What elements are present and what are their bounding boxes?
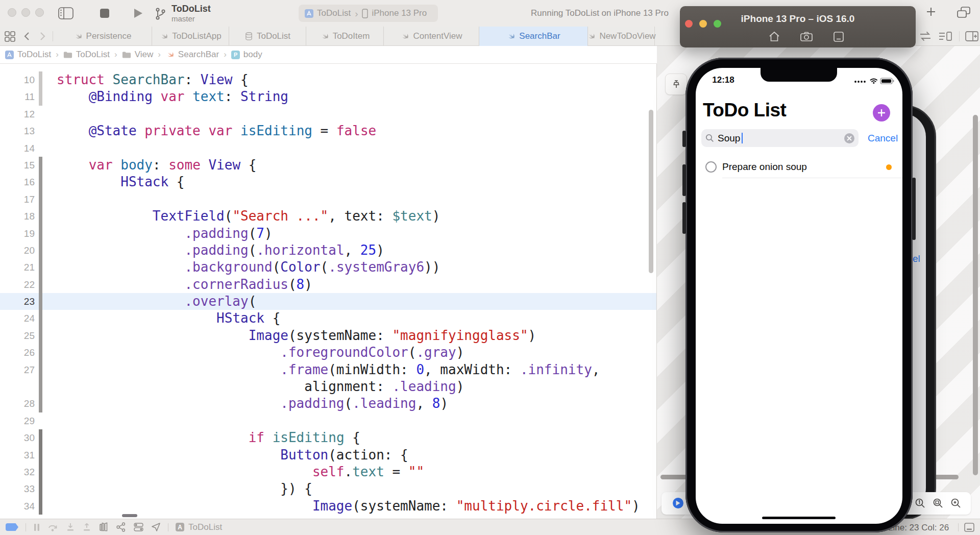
minimize-window-button[interactable]	[21, 8, 30, 17]
editor-options-icon[interactable]	[938, 27, 952, 46]
close-window-button[interactable]	[8, 8, 16, 17]
code-line-wrap[interactable]: alignment: .leading)	[0, 378, 657, 395]
scheme-selector[interactable]: ToDoList › iPhone 13 Pro	[299, 5, 438, 22]
editor-horizontal-scrollbar[interactable]	[122, 514, 137, 517]
stop-button[interactable]	[100, 9, 109, 18]
debug-app-label: ToDoList	[188, 522, 222, 532]
pin-preview-button[interactable]	[665, 74, 687, 95]
tab-overview-icon[interactable]	[957, 6, 971, 18]
tab-label: Persistence	[86, 31, 132, 41]
simulator-window-titlebar[interactable]: iPhone 13 Pro – iOS 16.0	[680, 6, 916, 47]
code-line-27[interactable]: 27 .frame(minWidth: 0, maxWidth: .infini…	[0, 361, 657, 378]
code-line-20[interactable]: 20 .padding(.horizontal, 25)	[0, 242, 657, 259]
code-line-16[interactable]: 16 HStack {	[0, 174, 657, 190]
code-line-18[interactable]: 18 TextField("Search ...", text: $text)	[0, 208, 657, 225]
code-line-24[interactable]: 24 HStack {	[0, 310, 657, 327]
code-line-15[interactable]: 15 var body: some View {	[0, 157, 657, 174]
tab-todolistapp[interactable]: ToDoListApp	[152, 27, 229, 46]
code-line-19[interactable]: 19 .padding(7)	[0, 225, 657, 242]
zoom-window-button[interactable]	[35, 8, 44, 17]
code-line-21[interactable]: 21 .background(Color(.systemGray6))	[0, 259, 657, 276]
tab-searchbar[interactable]: SearchBar	[479, 27, 588, 46]
code-line-28[interactable]: 28 .padding(.leading, 8)	[0, 395, 657, 412]
code-line-11[interactable]: 11 @Binding var text: String	[0, 88, 657, 105]
code-line-30[interactable]: 30 if isEditing {	[0, 429, 657, 446]
breadcrumb-item-todolist[interactable]: ToDoList	[5, 50, 51, 60]
simulate-location-icon[interactable]	[151, 522, 161, 532]
breadcrumb-item-searchbar[interactable]: SearchBar	[165, 50, 219, 60]
zoom-fit-icon[interactable]	[933, 498, 944, 509]
zoom-in-icon[interactable]	[950, 498, 962, 509]
back-button[interactable]	[22, 27, 32, 46]
forward-button[interactable]	[38, 27, 47, 46]
code-line-34[interactable]: 34 Image(systemName: "multiply.circle.fi…	[0, 498, 657, 515]
search-field[interactable]: Soup	[701, 129, 859, 147]
screenshot-camera-icon[interactable]	[800, 31, 813, 43]
add-editor-icon[interactable]	[965, 27, 979, 46]
code-line-31[interactable]: 31 Button(action: {	[0, 447, 657, 464]
tab-label: ToDoItem	[333, 31, 370, 41]
zoom-100-icon[interactable]	[915, 498, 926, 509]
tab-todolist[interactable]: ToDoList	[229, 27, 306, 46]
source-control-change-bar	[39, 429, 42, 446]
code-line-13[interactable]: 13 @State private var isEditing = false	[0, 123, 657, 139]
clear-search-button[interactable]	[844, 133, 854, 143]
tab-grid-icon[interactable]	[4, 27, 15, 46]
close-icon	[847, 136, 852, 141]
battery-icon	[880, 78, 894, 84]
code-line-25[interactable]: 25 Image(systemName: "magnifyingglass")	[0, 327, 657, 344]
dock-editor-icon[interactable]	[964, 522, 975, 532]
code-review-icon[interactable]	[919, 27, 932, 46]
step-into-icon[interactable]	[66, 523, 75, 532]
live-preview-button[interactable]	[673, 498, 683, 508]
code-line-12[interactable]: 12	[0, 106, 657, 123]
save-screen-icon[interactable]	[832, 31, 845, 43]
environment-overrides-icon[interactable]	[133, 522, 144, 532]
code-line-22[interactable]: 22 .cornerRadius(8)	[0, 276, 657, 293]
breadcrumb-label: ToDoList	[17, 50, 51, 60]
code-line-29[interactable]: 29	[0, 412, 657, 429]
debug-session-app[interactable]: AToDoList	[176, 522, 222, 532]
home-indicator[interactable]	[762, 517, 836, 519]
code-line-17[interactable]: 17	[0, 191, 657, 208]
canvas-vertical-scrollbar[interactable]	[973, 115, 978, 475]
code-line-33[interactable]: 33 }) {	[0, 480, 657, 497]
todo-list-item[interactable]: Prepare onion soup	[696, 161, 902, 178]
line-number: 10	[0, 71, 35, 88]
step-over-icon[interactable]	[47, 523, 59, 532]
code-line-23[interactable]: 23 .overlay(	[0, 293, 657, 310]
todo-checkbox[interactable]	[705, 161, 717, 173]
code-line-26[interactable]: 26 .foregroundColor(.gray)	[0, 344, 657, 361]
step-out-icon[interactable]	[82, 523, 91, 532]
line-number: 16	[0, 174, 35, 190]
toggle-navigator-icon[interactable]	[58, 7, 74, 19]
breadcrumb-item-body[interactable]: Pbody	[231, 50, 262, 60]
tab-todoitem[interactable]: ToDoItem	[306, 27, 384, 46]
tab-contentview[interactable]: ContentView	[384, 27, 479, 46]
add-todo-button[interactable]	[873, 104, 890, 121]
breadcrumb-item-view[interactable]: View	[122, 50, 154, 60]
add-tab-icon[interactable]	[925, 6, 937, 18]
code-line-10[interactable]: 10struct SearchBar: View {	[0, 71, 657, 88]
view-hierarchy-icon[interactable]	[99, 522, 109, 532]
tab-newtodoview[interactable]: NewToDoView	[588, 27, 655, 46]
editor-vertical-scrollbar[interactable]	[649, 110, 653, 273]
home-icon[interactable]	[768, 31, 780, 43]
code-text: Button(action: {	[57, 447, 408, 464]
breadcrumb-item-todolist[interactable]: ToDoList	[63, 50, 110, 60]
breadcrumb-label: ToDoList	[76, 50, 110, 60]
divider	[958, 523, 959, 531]
source-control-change-bar	[39, 344, 42, 361]
code-editor[interactable]: 10struct SearchBar: View {11 @Binding va…	[0, 64, 657, 519]
memory-graph-icon[interactable]	[116, 522, 126, 532]
cancel-button[interactable]: Cancel	[868, 129, 898, 147]
pause-icon[interactable]	[33, 523, 40, 532]
tab-persistence[interactable]: Persistence	[53, 27, 152, 46]
code-line-14[interactable]: 14	[0, 140, 657, 157]
line-number: 21	[0, 259, 35, 276]
run-button[interactable]	[132, 7, 144, 19]
line-number: 33	[0, 480, 35, 497]
code-text: .padding(.leading, 8)	[57, 395, 448, 412]
code-line-32[interactable]: 32 self.text = ""	[0, 464, 657, 480]
breakpoints-pill[interactable]	[6, 523, 18, 531]
